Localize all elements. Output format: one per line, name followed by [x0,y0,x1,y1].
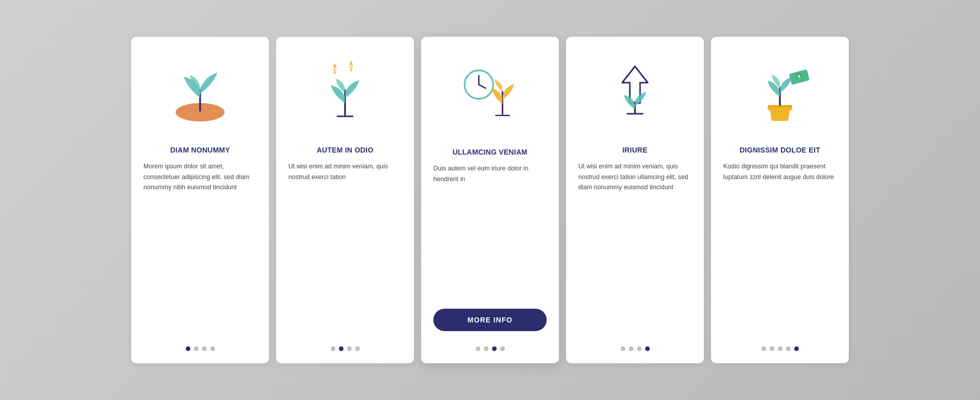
dot[interactable] [492,346,497,351]
card-1-title: DIAM NONUMMY [170,146,230,154]
money-plant-icon: $ $ [304,52,386,134]
svg-text:$: $ [333,67,336,72]
dot[interactable] [621,346,625,351]
card-1-dots [186,346,215,351]
card-2-body: Ut wisi enim ad minim veniam, quis nostr… [288,161,402,336]
card-3: ULLAMCING VENIAM Duis autem vel eum iriu… [421,37,559,363]
dot[interactable] [786,346,791,351]
card-5-title: DIGNISSIM DOLOE EIT [740,146,820,154]
dot[interactable] [186,346,190,351]
dot[interactable] [762,346,766,351]
dot[interactable] [794,346,799,351]
dot[interactable] [778,346,782,351]
card-4: IRIURE Ut wisi enim ad minim veniam, qui… [566,37,704,363]
card-2: $ $ AUTEM IN ODIO Ut wisi enim ad minim … [276,37,414,363]
dot[interactable] [202,346,207,351]
card-1-body: Morem ipsum dolor sit amet, consectetuer… [143,161,257,336]
dot[interactable] [500,346,505,351]
card-2-title: AUTEM IN ODIO [316,146,373,154]
card-3-body: Duis autem vel eum iriure dolor in hendr… [433,163,547,299]
card-5-dots [762,346,799,351]
dot[interactable] [355,346,360,351]
dot[interactable] [347,346,352,351]
dot[interactable] [484,346,488,351]
potted-money-icon: $ [739,52,821,134]
dot[interactable] [645,346,650,351]
dot[interactable] [210,346,215,351]
card-5: $ DIGNISSIM DOLOE EIT Kodio dignissim qu… [711,37,849,363]
card-5-body: Kodio dignissim qui blandit praesent lup… [723,161,837,336]
dot[interactable] [339,346,344,351]
card-4-dots [621,346,650,351]
clock-plant-icon [449,54,531,136]
card-3-title: ULLAMCING VENIAM [452,148,527,156]
dot[interactable] [194,346,199,351]
arrow-plant-icon [594,52,676,134]
sprout-soil-icon [159,52,241,134]
more-info-button[interactable]: MORE INFO [433,309,547,331]
dot[interactable] [637,346,642,351]
card-3-dots [476,346,505,351]
card-4-body: Ut wisi enim ad minim veniam, quis nostr… [578,161,692,336]
dot[interactable] [770,346,774,351]
svg-text:$: $ [350,64,353,70]
dot[interactable] [331,346,335,351]
card-4-title: IRIURE [622,146,647,154]
svg-line-8 [479,85,485,88]
cards-container: DIAM NONUMMY Morem ipsum dolor sit amet,… [101,16,879,384]
card-2-dots [331,346,360,351]
dot[interactable] [629,346,633,351]
dot[interactable] [476,346,480,351]
card-1: DIAM NONUMMY Morem ipsum dolor sit amet,… [131,37,269,363]
